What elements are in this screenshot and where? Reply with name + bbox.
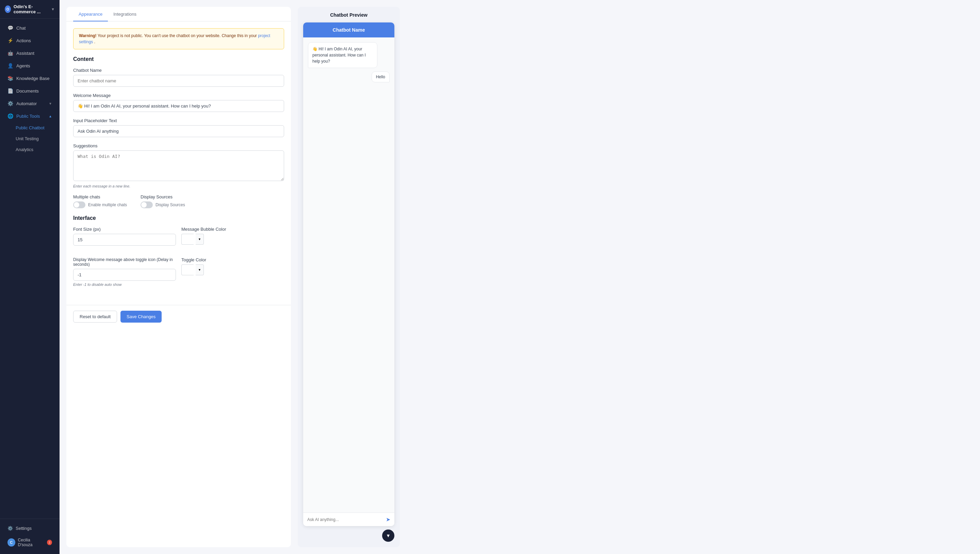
- knowledge-base-icon: 📚: [8, 76, 13, 81]
- sidebar-item-actions-label: Actions: [16, 38, 31, 43]
- sidebar-item-chat-label: Chat: [16, 25, 25, 30]
- welcome-delay-hint: Enter -1 to disable auto show: [73, 282, 176, 287]
- sidebar: O Odin's E-commerce ... ▼ 💬 Chat ⚡ Actio…: [0, 0, 60, 554]
- font-size-label: Font Size (px): [73, 227, 176, 232]
- welcome-delay-label: Display Welcome message above toggle ico…: [73, 257, 176, 267]
- tabs: Appearance Integrations: [66, 7, 291, 21]
- display-sources-toggle-row: Display Sources: [140, 201, 185, 208]
- preview-input-row: ➤: [303, 513, 395, 526]
- suggestions-hint: Enter each message in a new line.: [73, 184, 284, 188]
- display-sources-label: Display Sources: [140, 194, 185, 199]
- chatbot-toggle-icon[interactable]: ▼: [382, 530, 395, 542]
- chatbot-name-label: Chatbot Name: [73, 68, 284, 73]
- suggestions-field: Suggestions Enter each message in a new …: [73, 143, 284, 188]
- reset-button[interactable]: Reset to default: [73, 311, 117, 323]
- preview-header: Chatbot Name: [303, 22, 395, 37]
- sidebar-item-agents[interactable]: 👤 Agents: [2, 60, 57, 72]
- toggle-color-dropdown-btn[interactable]: ▼: [196, 264, 204, 275]
- automator-chevron-icon: ▼: [49, 102, 52, 105]
- form-actions: Reset to default Save Changes: [66, 305, 291, 328]
- sidebar-subitem-analytics[interactable]: Analytics: [5, 144, 57, 155]
- interface-grid: Font Size (px) Message Bubble Color ▼: [73, 227, 284, 252]
- sidebar-header: O Odin's E-commerce ... ▼: [0, 0, 60, 19]
- settings-icon: ⚙️: [8, 526, 13, 531]
- agents-icon: 👤: [8, 63, 13, 68]
- main-content: Appearance Integrations Warning! Your pr…: [60, 0, 980, 554]
- send-icon[interactable]: ➤: [386, 516, 390, 523]
- sidebar-item-automator[interactable]: ⚙️ Automator ▼: [2, 97, 57, 110]
- display-sources-group: Display Sources Display Sources: [140, 194, 185, 208]
- preview-toggle-row: ▼: [303, 530, 395, 542]
- settings-label: Settings: [16, 526, 32, 531]
- documents-icon: 📄: [8, 88, 13, 94]
- notification-badge: 2: [47, 540, 52, 545]
- sidebar-item-public-tools[interactable]: 🌐 Public Tools ▲: [2, 110, 57, 122]
- user-name: Cecilia D'souza: [18, 538, 44, 547]
- bubble-color-dropdown-btn[interactable]: ▼: [196, 234, 204, 245]
- sidebar-user[interactable]: C Cecilia D'souza 2: [4, 535, 56, 550]
- sidebar-item-knowledge-base-label: Knowledge Base: [16, 76, 50, 81]
- form-panel: Appearance Integrations Warning! Your pr…: [66, 7, 291, 547]
- sidebar-item-actions[interactable]: ⚡ Actions: [2, 34, 57, 47]
- input-placeholder-input[interactable]: [73, 125, 284, 137]
- sidebar-item-documents-label: Documents: [16, 89, 39, 94]
- welcome-delay-input[interactable]: [73, 269, 176, 281]
- chatbot-name-field: Chatbot Name: [73, 68, 284, 87]
- analytics-label: Analytics: [16, 147, 33, 152]
- display-sources-toggle[interactable]: [140, 201, 153, 208]
- save-button[interactable]: Save Changes: [121, 311, 162, 323]
- chatbot-name-input[interactable]: [73, 75, 284, 87]
- bubble-color-picker: ▼: [181, 234, 284, 245]
- toggle-color-picker: ▼: [181, 264, 284, 275]
- sidebar-settings[interactable]: ⚙️ Settings: [4, 523, 56, 533]
- automator-icon: ⚙️: [8, 101, 13, 106]
- warning-box: Warning! Your project is not public. You…: [73, 28, 284, 49]
- preview-panel: Chatbot Preview Chatbot Name 👋 Hi! I am …: [298, 7, 400, 547]
- font-size-input[interactable]: [73, 234, 176, 246]
- interface-grid-2: Display Welcome message above toggle ico…: [73, 257, 284, 293]
- multiple-chats-toggle[interactable]: [73, 201, 86, 208]
- welcome-message-label: Welcome Message: [73, 93, 284, 98]
- unit-testing-label: Unit Testing: [16, 136, 39, 141]
- input-placeholder-field: Input Placeholder Text: [73, 118, 284, 137]
- preview-input[interactable]: [307, 517, 383, 522]
- preview-user-message: Hello: [372, 72, 390, 82]
- logo-icon: O: [5, 5, 11, 13]
- sidebar-logo[interactable]: O Odin's E-commerce ...: [5, 4, 51, 14]
- warning-text: Your project is not public. You can't us…: [98, 33, 258, 38]
- sidebar-footer: ⚙️ Settings C Cecilia D'souza 2: [0, 519, 60, 554]
- tab-integrations[interactable]: Integrations: [108, 7, 142, 21]
- multiple-chats-group: Multiple chats Enable multiple chats: [73, 194, 127, 208]
- sidebar-subitem-unit-testing[interactable]: Unit Testing: [5, 134, 57, 144]
- dropdown-chevron-icon[interactable]: ▼: [51, 7, 55, 11]
- welcome-message-field: Welcome Message: [73, 93, 284, 112]
- multiple-chats-toggle-row: Enable multiple chats: [73, 201, 127, 208]
- chatbot-preview: Chatbot Name 👋 Hi! I am Odin AI AI, your…: [303, 22, 395, 526]
- assistant-icon: 🤖: [8, 50, 13, 56]
- preview-bot-message: 👋 Hi! I am Odin AI AI, your personal ass…: [308, 42, 377, 68]
- suggestions-textarea[interactable]: [73, 150, 284, 181]
- chat-icon: 💬: [8, 25, 13, 30]
- toggle-row: Multiple chats Enable multiple chats Dis…: [73, 194, 284, 208]
- bubble-color-label: Message Bubble Color: [181, 227, 284, 232]
- bubble-color-swatch[interactable]: [181, 234, 194, 245]
- toggle-color-swatch[interactable]: [181, 264, 194, 275]
- sidebar-item-chat[interactable]: 💬 Chat: [2, 22, 57, 34]
- interface-section-title: Interface: [73, 215, 284, 221]
- app-name: Odin's E-commerce ...: [14, 4, 51, 14]
- preview-title: Chatbot Preview: [303, 12, 395, 18]
- sidebar-item-documents[interactable]: 📄 Documents: [2, 85, 57, 97]
- content-area: Appearance Integrations Warning! Your pr…: [60, 0, 980, 554]
- tab-appearance[interactable]: Appearance: [73, 7, 108, 21]
- sidebar-subitem-public-chatbot[interactable]: Public Chatbot: [5, 123, 57, 133]
- public-chatbot-label: Public Chatbot: [16, 125, 45, 131]
- sidebar-item-knowledge-base[interactable]: 📚 Knowledge Base: [2, 72, 57, 84]
- public-tools-subitems: Public Chatbot Unit Testing Analytics: [0, 123, 60, 155]
- preview-messages: 👋 Hi! I am Odin AI AI, your personal ass…: [303, 37, 395, 513]
- font-size-field: Font Size (px): [73, 227, 176, 246]
- form-body: Warning! Your project is not public. You…: [66, 21, 291, 305]
- public-tools-icon: 🌐: [8, 113, 13, 119]
- welcome-message-input[interactable]: [73, 100, 284, 112]
- sidebar-item-assistant[interactable]: 🤖 Assistant: [2, 47, 57, 59]
- warning-text-end: .: [94, 40, 95, 44]
